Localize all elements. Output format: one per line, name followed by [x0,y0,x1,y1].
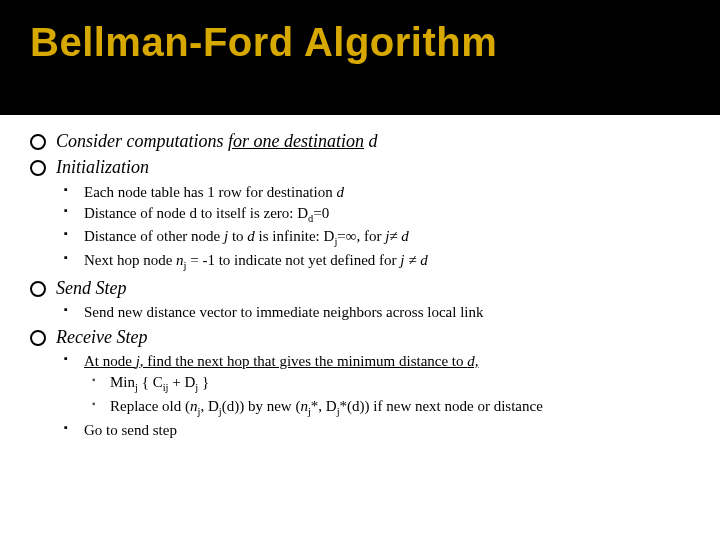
text: d [364,131,378,151]
text: *, D [311,398,337,414]
bullet-receive: Receive Step At node j, find the next ho… [30,325,690,441]
list-item: At node j, find the next hop that gives … [64,351,690,419]
list-item: Replace old (nj, Dj(d)) by new (nj*, Dj*… [92,396,690,420]
slide-content: Consider computations for one destinatio… [0,115,720,441]
title-band: Bellman-Ford Algorithm [0,0,720,115]
text: , find the next hop that gives the minim… [140,353,467,369]
text: (d)) by new ( [222,398,301,414]
text: } [198,374,209,390]
list-item: Distance of other node j to d is infinit… [64,226,690,250]
list-item: Send new distance vector to immediate ne… [64,302,690,323]
text: = -1 to indicate not yet defined for [187,252,401,268]
text: Consider computations [56,131,228,151]
text: =0 [313,205,329,221]
text: Send Step [56,278,126,298]
bullet-initialization: Initialization Each node table has 1 row… [30,155,690,273]
list-item: Distance of node d to itself is zero: Dd… [64,203,690,227]
sublist-recv: At node j, find the next hop that gives … [64,351,690,440]
var: d, [467,353,478,369]
var: j ≠ d [400,252,427,268]
underline-text: for one destination [228,131,364,151]
text: *(d)) if new next node or distance [340,398,543,414]
text: Distance of node d to itself is zero: D [84,205,308,221]
var: n [300,398,308,414]
outline-list: Consider computations for one destinatio… [30,129,690,441]
text: Go to send step [84,422,177,438]
var: d [247,228,255,244]
bullet-consider: Consider computations for one destinatio… [30,129,690,153]
text: Next hop node [84,252,176,268]
text: Distance of other node [84,228,224,244]
text: Each node table has 1 row for destinatio… [84,184,336,200]
text: Send new distance vector to immediate ne… [84,304,483,320]
text: + D [169,374,196,390]
list-item: Minj { Cij + Dj } [92,372,690,396]
sublist-init: Each node table has 1 row for destinatio… [64,182,690,274]
text: Receive Step [56,327,147,347]
slide-title: Bellman-Ford Algorithm [30,20,690,65]
text: Initialization [56,157,149,177]
sublist-recv-inner: Minj { Cij + Dj } Replace old (nj, Dj(d)… [92,372,690,419]
var: j≠ d [385,228,409,244]
text: Replace old ( [110,398,190,414]
sublist-send: Send new distance vector to immediate ne… [64,302,690,323]
text: Min [110,374,135,390]
list-item: Next hop node nj = -1 to indicate not ye… [64,250,690,274]
text: to [228,228,247,244]
text: =∞, for [337,228,385,244]
var: d [336,184,344,200]
text: is infinite: D [255,228,335,244]
list-item: Go to send step [64,420,690,441]
var: n [176,252,184,268]
list-item: Each node table has 1 row for destinatio… [64,182,690,203]
bullet-send: Send Step Send new distance vector to im… [30,276,690,323]
text: , D [200,398,218,414]
text: At node [84,353,136,369]
text: { C [138,374,163,390]
